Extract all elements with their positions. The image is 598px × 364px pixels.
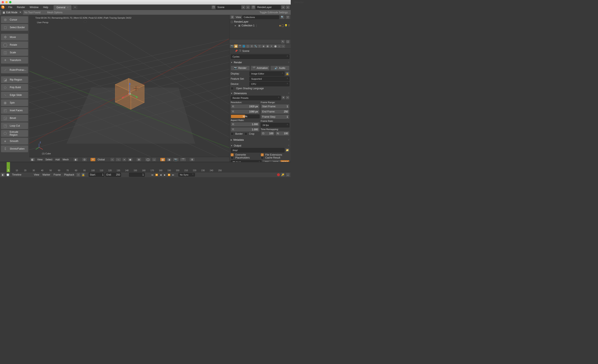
tool-poly-build[interactable]: ◇Poly Build xyxy=(1,84,28,91)
outliner-deselect-icon[interactable]: ▢ xyxy=(286,40,290,44)
lock-range-icon[interactable]: 🔒 xyxy=(81,173,85,177)
vp-menu-select[interactable]: Select xyxy=(45,158,53,161)
prop-tab-modifiers[interactable]: 🔧 xyxy=(254,44,257,48)
tool-loop-cut[interactable]: ◳Loop Cut xyxy=(1,122,28,129)
tool-spin[interactable]: ◉Spin xyxy=(1,99,28,106)
animation-button[interactable]: 🎬Animation xyxy=(251,65,270,71)
tool-transform[interactable]: ✦Transform xyxy=(1,57,28,64)
keyframe-prev-icon[interactable]: ⏪ xyxy=(155,173,158,176)
panel-metadata-header[interactable]: ▶Metadata⠿ xyxy=(231,138,290,142)
shading-icon[interactable]: ◐ xyxy=(73,158,78,162)
prop-tab-physics[interactable]: ⬤ xyxy=(274,44,277,48)
outliner-display-dropdown[interactable]: Collections xyxy=(242,15,279,19)
overwrite-checkbox[interactable] xyxy=(231,153,233,156)
audio-button[interactable]: 🔊Audio xyxy=(270,65,290,71)
select-face-icon[interactable]: ▪ xyxy=(122,158,126,162)
frame-end-field[interactable]: End Frame:250 xyxy=(261,109,290,114)
play-reverse-icon[interactable]: ◀ xyxy=(159,173,163,176)
restrict-icon[interactable]: ▽ xyxy=(288,24,290,27)
vp-menu-mesh[interactable]: Mesh xyxy=(62,158,70,161)
featureset-dropdown[interactable]: Supported xyxy=(249,77,290,81)
render-slot-icon[interactable]: 📷 xyxy=(173,158,179,162)
frame-start-field[interactable]: Start Frame:1 xyxy=(261,104,290,109)
end-frame-field[interactable]: End:250 xyxy=(105,173,121,177)
traffic-zoom[interactable] xyxy=(9,1,11,3)
mesh-options-label[interactable]: Mesh Options xyxy=(47,11,63,14)
render-button[interactable]: 📷Render xyxy=(231,65,250,71)
add-workspace-button[interactable]: + xyxy=(73,5,77,9)
limit-selection-icon[interactable]: ◉ xyxy=(128,158,133,162)
snap-icon[interactable]: ⊚ xyxy=(136,158,141,162)
res-y-field[interactable]: Y:1080 px xyxy=(231,109,259,114)
menu-render[interactable]: Render xyxy=(15,5,27,9)
panel-render-header[interactable]: ▼Render⠿ xyxy=(231,60,290,65)
shading-toggle-icon[interactable]: ◑ xyxy=(166,158,172,162)
tl-menu-playback[interactable]: Playback xyxy=(63,173,75,176)
prop-tab-extra1[interactable]: ⟐ xyxy=(277,44,281,48)
expand-icon[interactable]: ▸ xyxy=(234,24,237,27)
pin-icon[interactable]: 📌 xyxy=(235,50,238,52)
prop-tab-constraints[interactable]: ☰ xyxy=(250,44,254,48)
outliner-editor-icon[interactable]: ☰ xyxy=(230,15,234,19)
tl-menu-frame[interactable]: Frame xyxy=(52,173,62,176)
tool-extrude-region[interactable]: ⬠Extrude Region xyxy=(1,130,28,137)
file-format-dropdown[interactable]: 🖼 PNG xyxy=(231,160,261,162)
3d-viewport[interactable]: z Time:00:04.70 | Remaining:00:01.75 | M… xyxy=(29,15,229,162)
aspect-y-field[interactable]: Y:1.000 xyxy=(231,127,259,132)
prop-tab-texture[interactable]: ▦ xyxy=(266,44,269,48)
proportional-falloff-icon[interactable]: ⌵ xyxy=(152,158,156,162)
select-edge-icon[interactable]: ⟍ xyxy=(116,158,121,162)
tool-shrink-fatten[interactable]: ⇕Shrink/Fatten xyxy=(1,145,28,152)
proportional-icon[interactable]: ◯ xyxy=(145,158,151,162)
prop-tab-data[interactable]: ▽ xyxy=(258,44,261,48)
tool-rotate[interactable]: ◯Rotate xyxy=(1,41,28,48)
outliner-filter-icon[interactable]: ▽ xyxy=(286,15,290,19)
cache-checkbox[interactable] xyxy=(261,156,264,159)
clock-icon[interactable]: 🕐 xyxy=(6,173,10,177)
tab-close-icon[interactable]: × xyxy=(67,6,68,9)
scene-browse-icon[interactable]: ❒ xyxy=(211,5,216,9)
traffic-close[interactable] xyxy=(2,1,4,3)
workspace-tab-general[interactable]: General × xyxy=(54,5,71,10)
prop-tab-scene[interactable]: 🎬 xyxy=(238,44,242,48)
tl-menu-view[interactable]: View xyxy=(33,173,41,176)
device-dropdown[interactable]: CPU xyxy=(249,82,290,86)
tool-bevel[interactable]: ◲Bevel xyxy=(1,114,28,121)
menu-file[interactable]: File xyxy=(6,5,14,9)
outliner-row-renderlayer[interactable]: ▢ RenderLayer xyxy=(230,20,290,24)
scene-name-input[interactable] xyxy=(216,5,241,9)
render-presets-dropdown[interactable]: Render Presets xyxy=(231,96,281,100)
display-dropdown[interactable]: Image Editor xyxy=(249,71,284,76)
restrict-icon[interactable]: ◆ xyxy=(279,24,281,27)
tool-rip-region[interactable]: ◪Rip Region xyxy=(1,76,28,83)
prop-tab-object[interactable]: ▢ xyxy=(246,44,249,48)
current-frame-field[interactable]: 1 xyxy=(129,173,145,177)
jump-end-icon[interactable]: ⏭ xyxy=(171,173,175,176)
jump-start-icon[interactable]: ⏮ xyxy=(150,173,154,176)
restrict-icon[interactable]: 💡 xyxy=(284,24,288,27)
traffic-minimize[interactable] xyxy=(5,1,8,3)
manipulator-toggle-icon[interactable]: ♆ xyxy=(90,158,96,162)
scene-add-button[interactable]: + xyxy=(241,5,245,9)
renderlayer-name-input[interactable] xyxy=(256,5,281,9)
outliner-menu-view[interactable]: View xyxy=(236,16,241,19)
tool-edge-slide[interactable]: ⟍Edge Slide xyxy=(1,91,28,98)
output-browse-icon[interactable]: 📁 xyxy=(285,148,290,152)
autokey-record-icon[interactable] xyxy=(277,173,280,176)
outliner-cursor-icon[interactable]: ↖ xyxy=(281,40,285,44)
tool-smooth[interactable]: ●Smooth xyxy=(1,138,28,145)
orientation-dropdown[interactable]: Global xyxy=(97,158,106,161)
menu-help[interactable]: Help xyxy=(41,5,50,9)
tool-inset-faces[interactable]: ◰Inset Faces xyxy=(1,107,28,114)
renderlayer-remove-button[interactable]: × xyxy=(286,5,290,9)
renderlayer-add-button[interactable]: + xyxy=(281,5,285,9)
res-percent-slider[interactable]: 50% xyxy=(231,114,259,118)
framerate-dropdown[interactable]: 24 fps xyxy=(261,123,290,127)
panel-output-header[interactable]: ▼Output⠿ xyxy=(231,143,290,148)
scene-remove-button[interactable]: × xyxy=(246,5,250,9)
remap-new-field[interactable]: N:100 xyxy=(275,131,290,136)
timeline-editor-icon[interactable]: ◧ xyxy=(1,173,5,177)
border-checkbox[interactable] xyxy=(231,132,233,135)
range-icon[interactable]: ↔ xyxy=(76,173,80,177)
timeline-cursor[interactable]: 1 xyxy=(7,162,10,172)
